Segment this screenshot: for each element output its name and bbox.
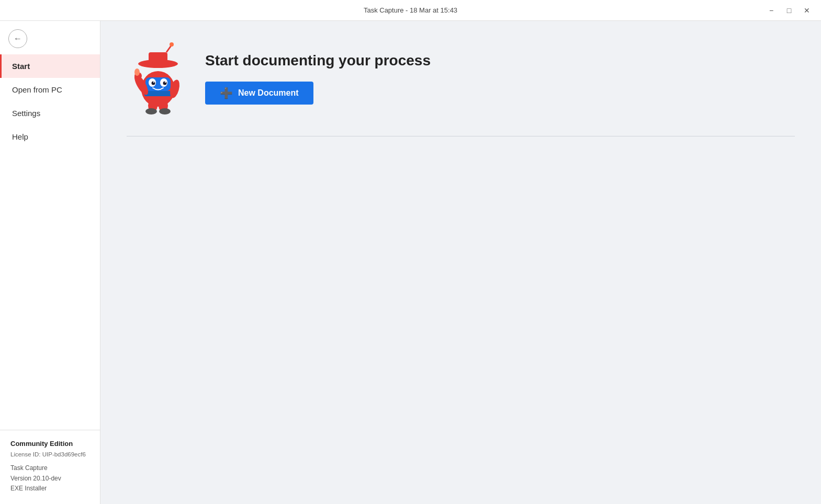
version-label: Version 20.10-dev [10, 474, 89, 484]
app-name-footer: Task Capture [10, 463, 89, 473]
sidebar-item-settings[interactable]: Settings [0, 101, 100, 125]
sidebar-item-help-label: Help [12, 132, 28, 141]
sidebar-item-open-label: Open from PC [12, 85, 62, 94]
window-title: Task Capture - 18 Mar at 15:43 [364, 6, 457, 14]
new-document-button[interactable]: ➕ New Document [205, 82, 313, 105]
svg-point-15 [134, 68, 140, 76]
sidebar-item-start-label: Start [12, 62, 30, 71]
title-bar: Task Capture - 18 Mar at 15:43 − □ ✕ [0, 0, 821, 21]
svg-point-10 [153, 82, 154, 83]
hero-text: Start documenting your process ➕ New Doc… [205, 52, 431, 105]
window-controls: − □ ✕ [763, 3, 815, 18]
sidebar-back-area: ← [0, 21, 100, 52]
sidebar-item-help[interactable]: Help [0, 125, 100, 148]
installer-label: EXE Installer [10, 484, 89, 494]
sidebar-item-start[interactable]: Start [0, 54, 100, 78]
mascot-illustration [127, 42, 189, 115]
sidebar-nav: Start Open from PC Settings Help [0, 52, 100, 430]
svg-rect-1 [149, 52, 167, 65]
sidebar-item-open-from-pc[interactable]: Open from PC [0, 78, 100, 101]
svg-point-20 [159, 108, 171, 114]
hero-title: Start documenting your process [205, 52, 431, 69]
main-content: Start documenting your process ➕ New Doc… [100, 21, 821, 504]
svg-point-3 [170, 42, 174, 47]
license-id: License ID: UIP-bd3d69ecf6 [10, 450, 89, 459]
sidebar-item-settings-label: Settings [12, 109, 40, 118]
sidebar-footer: Community Edition License ID: UIP-bd3d69… [0, 430, 100, 504]
back-icon: ← [14, 34, 22, 43]
hero-section: Start documenting your process ➕ New Doc… [100, 21, 821, 136]
sidebar: ← Start Open from PC Settings Help Commu… [0, 21, 100, 504]
rest-area [100, 136, 821, 504]
minimize-button[interactable]: − [763, 3, 779, 18]
maximize-button[interactable]: □ [781, 3, 797, 18]
svg-point-19 [145, 108, 157, 114]
svg-point-11 [165, 82, 166, 83]
svg-rect-12 [144, 91, 172, 96]
app-body: ← Start Open from PC Settings Help Commu… [0, 21, 821, 504]
edition-label: Community Edition [10, 439, 89, 450]
new-document-label: New Document [238, 88, 299, 98]
plus-icon: ➕ [220, 88, 233, 98]
back-button[interactable]: ← [8, 29, 27, 48]
close-button[interactable]: ✕ [799, 3, 815, 18]
